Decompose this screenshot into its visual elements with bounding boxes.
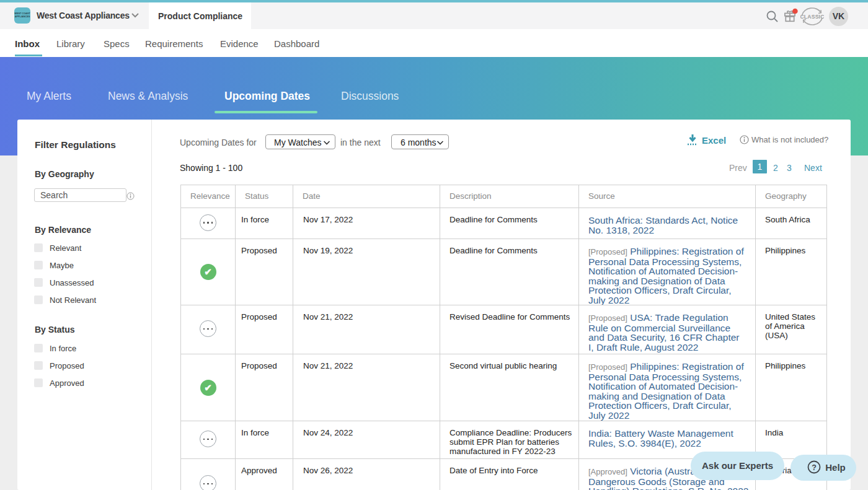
svg-text:CLASSIC: CLASSIC	[800, 14, 824, 20]
svg-text:?: ?	[812, 463, 817, 472]
